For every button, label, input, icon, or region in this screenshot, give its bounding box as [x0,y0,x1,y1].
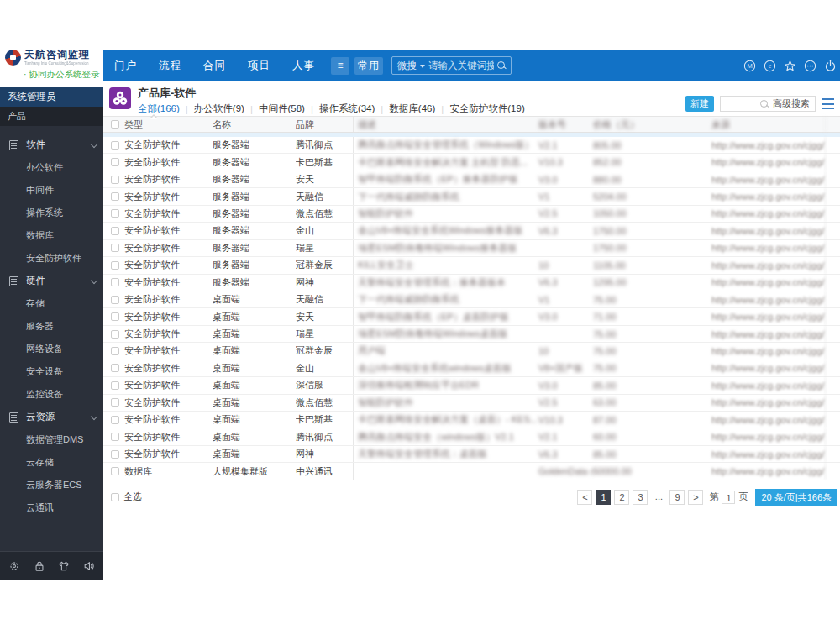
row-checkbox[interactable] [111,296,119,304]
sidebar-item-操作系统[interactable]: 操作系统 [0,202,103,224]
sidebar-item-云存储[interactable]: 云存储 [0,451,103,474]
row-checkbox[interactable] [111,398,119,407]
row-checkbox[interactable] [111,227,119,235]
page-size-summary[interactable]: 20 条/页|共166条 [755,489,837,506]
col-version[interactable]: 版本号 [538,118,593,131]
cell-source[interactable]: http://www.zjcg.gov.cn/cjgg/ [711,326,826,342]
row-checkbox[interactable] [111,312,119,321]
advanced-search-input[interactable] [724,99,756,109]
cell-source[interactable]: http://www.zjcg.gov.cn/cjgg/ [711,257,826,273]
sidebar-item-安全防护软件[interactable]: 安全防护软件 [0,247,103,270]
tab-全部(166)[interactable]: 全部(166) [138,102,180,115]
advanced-search-icon[interactable] [760,100,769,108]
row-checkbox[interactable] [111,261,119,270]
row-checkbox[interactable] [111,141,119,150]
row-checkbox[interactable] [111,158,119,166]
page-1[interactable]: 1 [596,490,611,505]
tab-操作系统(34)[interactable]: 操作系统(34) [319,102,375,115]
cell-source[interactable]: http://www.zjcg.gov.cn/cjgg/ [711,154,826,170]
cell-source[interactable]: http://www.zjcg.gov.cn/cjgg/ [711,240,826,256]
sidebar-group-硬件[interactable]: 硬件 [0,270,103,292]
nav-item-门户[interactable]: 门户 [103,59,148,73]
page-9[interactable]: 9 [669,490,685,505]
row-checkbox[interactable] [111,278,119,286]
sidebar-group-云资源[interactable]: 云资源 [0,406,103,428]
row-checkbox[interactable] [111,192,119,201]
star-icon[interactable] [784,60,796,72]
cell-source[interactable]: http://www.zjcg.gov.cn/cjgg/ [711,395,826,411]
nav-often-button[interactable]: 常用 [354,57,383,75]
col-name[interactable]: 名称 [213,118,296,131]
row-checkbox[interactable] [111,244,119,252]
col-brand[interactable]: 品牌 [296,117,354,132]
search-scope-label[interactable]: 微搜 [397,60,417,72]
row-checkbox[interactable] [111,347,119,355]
nav-item-人事[interactable]: 人事 [281,59,326,73]
cell-source[interactable]: http://www.zjcg.gov.cn/cjgg/ [711,137,826,153]
speaker-icon[interactable] [83,560,95,572]
cell-source[interactable]: http://www.zjcg.gov.cn/cjgg/ [711,308,826,324]
sidebar-item-数据库[interactable]: 数据库 [0,224,103,247]
sidebar-group-软件[interactable]: 软件 [0,134,103,156]
row-checkbox[interactable] [111,467,119,475]
cell-source[interactable]: http://www.zjcg.gov.cn/cjgg/ [711,275,826,291]
cell-source[interactable]: http://www.zjcg.gov.cn/cjgg/ [711,171,826,187]
row-checkbox[interactable] [111,364,119,372]
sidebar-item-网络设备[interactable]: 网络设备 [0,338,103,360]
message-circle-icon[interactable]: e [764,60,776,72]
cell-source[interactable]: http://www.zjcg.gov.cn/cjgg/ [711,188,826,204]
cell-source[interactable]: http://www.zjcg.gov.cn/cjgg/ [711,446,826,462]
row-checkbox[interactable] [111,450,119,459]
cell-source[interactable]: http://www.zjcg.gov.cn/cjgg/ [711,412,826,428]
sidebar-item-数据管理DMS[interactable]: 数据管理DMS [0,428,103,451]
page-prev[interactable]: < [577,490,592,505]
sidebar-item-存储[interactable]: 存储 [0,292,103,315]
row-checkbox[interactable] [111,176,119,184]
cell-source[interactable]: http://www.zjcg.gov.cn/cjgg/ [711,223,826,239]
sidebar-item-监控设备[interactable]: 监控设备 [0,383,103,406]
cell-source[interactable]: http://www.zjcg.gov.cn/cjgg/ [711,206,826,222]
oa-login-link[interactable]: · 协同办公系统登录 [24,69,103,81]
cell-source[interactable]: http://www.zjcg.gov.cn/cjgg/ [711,463,826,479]
sidebar-item-办公软件[interactable]: 办公软件 [0,156,103,179]
col-price[interactable]: 价格（元） [593,118,711,131]
page-next[interactable]: > [688,490,703,505]
nav-item-流程[interactable]: 流程 [148,59,192,73]
theme-icon[interactable] [58,560,70,572]
list-view-icon[interactable] [822,98,834,109]
sidebar-item-中间件[interactable]: 中间件 [0,179,103,202]
jump-input[interactable]: 1 [722,491,735,504]
col-type[interactable]: 类型 [124,118,213,131]
row-checkbox[interactable] [111,209,119,218]
advanced-search-label[interactable]: 高级搜索 [773,97,810,110]
power-icon[interactable] [824,60,837,72]
row-checkbox[interactable] [111,381,119,390]
global-search[interactable]: 微搜 请输入关键词搜 [391,56,512,75]
row-checkbox[interactable] [111,433,119,441]
nav-burger-icon[interactable]: ≡ [331,57,349,75]
tab-中间件(58)[interactable]: 中间件(58) [259,102,305,115]
gear-icon[interactable] [8,560,20,572]
cell-source[interactable]: http://www.zjcg.gov.cn/cjgg/ [711,291,826,307]
header-checkbox[interactable] [111,120,119,129]
new-button[interactable]: 新建 [685,96,714,112]
page-2[interactable]: 2 [614,490,629,505]
sidebar-section-product[interactable]: 产品 [0,107,103,126]
row-checkbox[interactable] [111,330,119,339]
advanced-search-box[interactable]: 高级搜索 [720,96,816,112]
nav-item-合同[interactable]: 合同 [192,59,237,73]
search-icon[interactable] [497,61,506,70]
more-circle-icon[interactable] [804,60,816,72]
search-input[interactable]: 请输入关键词搜 [428,60,494,72]
cell-source[interactable]: http://www.zjcg.gov.cn/cjgg/ [711,360,826,376]
row-checkbox[interactable] [111,416,119,424]
tab-安全防护软件(19)[interactable]: 安全防护软件(19) [449,102,524,115]
m-circle-icon[interactable]: M [743,60,756,72]
sidebar-item-云服务器ECS[interactable]: 云服务器ECS [0,474,103,496]
col-source[interactable]: 来源 [711,117,826,132]
tab-办公软件(9)[interactable]: 办公软件(9) [194,102,244,115]
sidebar-item-服务器[interactable]: 服务器 [0,315,103,338]
sidebar-item-安全设备[interactable]: 安全设备 [0,360,103,383]
select-all[interactable]: 全选 [111,491,142,503]
cell-source[interactable]: http://www.zjcg.gov.cn/cjgg/ [711,428,826,444]
